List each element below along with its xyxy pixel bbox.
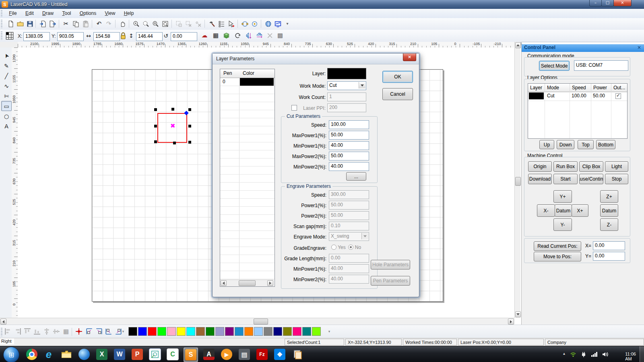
cut-minpower1-input[interactable]: 40.00 (329, 141, 369, 150)
redo-button[interactable]: ↷ (104, 19, 114, 29)
layer-down-button[interactable]: Down (557, 140, 574, 149)
palette-swatch[interactable] (235, 327, 244, 336)
palette-swatch[interactable] (312, 327, 321, 336)
cancel-button[interactable]: Cancel (382, 88, 413, 100)
dialog-close-button[interactable]: × (403, 53, 416, 61)
selection-handle-tl[interactable] (154, 108, 157, 111)
menu-file[interactable]: File (5, 9, 20, 18)
pos-x-input[interactable]: 0.00 (593, 241, 625, 250)
align-center-v-button[interactable] (52, 327, 61, 336)
horizontal-scrollbar[interactable] (0, 318, 514, 325)
taskbar-notes[interactable]: ▤ (237, 348, 251, 361)
cut-more-button[interactable]: ... (346, 172, 366, 181)
taskbar-chrome[interactable] (25, 348, 39, 361)
align-top-button[interactable] (23, 327, 32, 336)
taskbar-cad-app[interactable] (148, 348, 162, 361)
curve-point-button[interactable] (250, 19, 259, 29)
start-button[interactable]: ⊞ (3, 347, 19, 362)
selection-handle-mr[interactable] (188, 125, 191, 128)
selection-handle-bm[interactable] (173, 142, 176, 144)
show-desktop-button[interactable] (640, 346, 644, 362)
clip-box-button[interactable]: Clip Box (579, 161, 603, 172)
laser-ppi-input[interactable]: 200 (327, 103, 366, 112)
jog-x-minus-button[interactable]: X- (537, 204, 555, 217)
hole-parameters-button[interactable]: Hole Parameters (371, 260, 410, 269)
palette-swatch[interactable] (167, 327, 176, 336)
engrave-speed-input[interactable]: 300.00 (329, 190, 369, 199)
menu-view[interactable]: View (101, 9, 119, 18)
rectangle-tool[interactable]: ▭ (1, 101, 12, 111)
text-tool[interactable]: A (1, 121, 12, 131)
node-edit-tool[interactable]: ✎ (1, 61, 12, 71)
tray-clock[interactable]: 11:06 AM (625, 352, 636, 361)
palette-swatch[interactable] (128, 327, 137, 336)
palette-swatch[interactable] (186, 327, 195, 336)
datum-z-button[interactable]: Datum (600, 204, 618, 217)
palette-swatch[interactable] (138, 327, 147, 336)
palette-swatch[interactable] (293, 327, 301, 336)
align-left-button[interactable] (3, 327, 13, 336)
pan-button[interactable] (118, 19, 127, 29)
pick-tool-button[interactable] (207, 19, 217, 29)
tray-expand-icon[interactable]: ▴ (563, 351, 565, 356)
save-button[interactable] (25, 19, 35, 29)
jog-y-minus-button[interactable]: Y- (553, 218, 572, 231)
rotate-input[interactable]: 0.00 (171, 32, 197, 41)
palette-swatch[interactable] (196, 327, 205, 336)
palette-swatch[interactable] (244, 327, 253, 336)
selection-handle-tm[interactable] (171, 108, 174, 111)
palette-swatch[interactable] (264, 327, 272, 336)
zoom-page-button[interactable] (160, 19, 170, 29)
jog-z-minus-button[interactable]: Z- (600, 218, 618, 231)
run-box-button[interactable]: Run Box (553, 161, 578, 172)
palette-overflow-button[interactable]: ▾ (327, 327, 332, 336)
height-input[interactable]: 146.44 (136, 32, 163, 41)
menu-options[interactable]: Options (76, 9, 100, 18)
scroll-left-button[interactable] (0, 319, 6, 325)
parameter-list-button[interactable] (217, 19, 226, 29)
y-position-input[interactable]: 903.05 (57, 32, 84, 41)
maximize-button[interactable]: □ (601, 0, 614, 6)
wireless-icon[interactable] (570, 351, 576, 359)
taskbar-documents[interactable] (291, 348, 304, 361)
selection-handle-bl[interactable] (154, 140, 157, 143)
pos-y-input[interactable]: 0.00 (593, 252, 625, 261)
align-right-button[interactable] (13, 327, 23, 336)
curve-circle-button[interactable] (240, 19, 250, 29)
scan-gap-input[interactable]: 0.10 (329, 222, 369, 230)
rotate-object-button[interactable] (233, 31, 242, 40)
width-input[interactable]: 154.58 (93, 32, 120, 41)
ellipse-tool[interactable]: ○ (1, 111, 12, 121)
cut-button[interactable]: ✂ (61, 19, 71, 29)
rel-top-left-button[interactable] (85, 327, 94, 336)
node-delete-button[interactable] (193, 19, 203, 29)
new-file-button[interactable] (6, 19, 15, 29)
pen-table-scrollbar[interactable] (220, 280, 274, 286)
selection-handle-ml[interactable] (154, 125, 157, 128)
curve-tool[interactable]: ∿ (1, 81, 12, 91)
taskbar-media-player[interactable]: ▶ (220, 348, 233, 361)
paste-button[interactable] (80, 19, 90, 29)
engrave-power1-input[interactable]: 50.00 (329, 201, 369, 210)
volume-icon[interactable] (602, 351, 609, 359)
menu-draw[interactable]: Draw (39, 9, 57, 18)
layer-color-swatch[interactable] (327, 68, 366, 79)
download-button[interactable]: Download (528, 174, 552, 184)
align-center-h-button[interactable] (42, 327, 52, 336)
preview-button[interactable] (273, 19, 283, 29)
menu-tool[interactable]: Tool (58, 9, 74, 18)
simulate-button[interactable] (263, 19, 273, 29)
palette-swatch[interactable] (157, 327, 166, 336)
laser-ppi-checkbox[interactable] (291, 105, 297, 111)
transform-disabled-button[interactable] (265, 31, 275, 40)
stop-button[interactable]: Stop (605, 174, 628, 184)
jog-y-plus-button[interactable]: Y+ (553, 190, 572, 203)
zoom-all-button[interactable] (151, 19, 160, 29)
cut-minpower2-input[interactable]: 40.00 (329, 162, 369, 171)
control-panel-close-icon[interactable]: × (637, 45, 641, 50)
bottom-overflow-button[interactable]: ▾ (121, 327, 126, 336)
taskbar-excel[interactable]: X (95, 348, 109, 361)
menu-edit[interactable]: Edit (22, 9, 37, 18)
move-to-pos-button[interactable]: Move to Pos: (534, 252, 581, 261)
light-button[interactable]: Light (605, 161, 628, 172)
